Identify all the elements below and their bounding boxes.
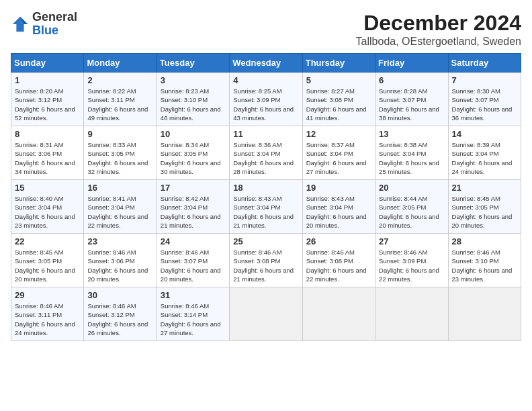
- day-cell: 10Sunrise: 8:34 AMSunset: 3:05 PMDayligh…: [157, 126, 229, 180]
- day-number: 22: [15, 236, 80, 246]
- day-number: 18: [233, 183, 298, 193]
- week-row-5: 29Sunrise: 8:46 AMSunset: 3:11 PMDayligh…: [11, 287, 521, 341]
- day-cell: 26Sunrise: 8:46 AMSunset: 3:08 PMDayligh…: [302, 234, 375, 287]
- day-number: 26: [306, 236, 371, 246]
- day-number: 23: [87, 236, 152, 246]
- weekday-header-thursday: Thursday: [302, 54, 375, 73]
- day-info: Sunrise: 8:46 AMSunset: 3:07 PMDaylight:…: [161, 248, 226, 283]
- day-number: 28: [452, 236, 517, 246]
- day-info: Sunrise: 8:46 AMSunset: 3:11 PMDaylight:…: [15, 302, 80, 337]
- day-info: Sunrise: 8:45 AMSunset: 3:05 PMDaylight:…: [452, 194, 517, 230]
- day-info: Sunrise: 8:45 AMSunset: 3:05 PMDaylight:…: [15, 248, 80, 283]
- day-cell: 17Sunrise: 8:42 AMSunset: 3:04 PMDayligh…: [157, 180, 229, 234]
- day-cell: 14Sunrise: 8:39 AMSunset: 3:04 PMDayligh…: [448, 126, 521, 180]
- day-number: 30: [87, 290, 152, 300]
- day-info: Sunrise: 8:46 AMSunset: 3:08 PMDaylight:…: [306, 248, 371, 283]
- day-number: 5: [306, 75, 371, 85]
- day-cell: 29Sunrise: 8:46 AMSunset: 3:11 PMDayligh…: [11, 287, 84, 341]
- week-row-3: 15Sunrise: 8:40 AMSunset: 3:04 PMDayligh…: [11, 180, 521, 234]
- day-cell: 16Sunrise: 8:41 AMSunset: 3:04 PMDayligh…: [84, 180, 157, 234]
- day-number: 10: [161, 129, 226, 139]
- logo: General Blue: [11, 11, 77, 38]
- logo-icon: [11, 15, 30, 34]
- day-cell: 31Sunrise: 8:46 AMSunset: 3:14 PMDayligh…: [157, 287, 229, 341]
- day-cell: 11Sunrise: 8:36 AMSunset: 3:04 PMDayligh…: [230, 126, 302, 180]
- day-cell: [375, 287, 448, 341]
- day-number: 2: [87, 75, 152, 85]
- day-number: 19: [306, 183, 371, 193]
- day-cell: 3Sunrise: 8:23 AMSunset: 3:10 PMDaylight…: [157, 73, 229, 126]
- day-info: Sunrise: 8:22 AMSunset: 3:11 PMDaylight:…: [87, 87, 152, 122]
- weekday-header-saturday: Saturday: [448, 54, 521, 73]
- day-info: Sunrise: 8:20 AMSunset: 3:12 PMDaylight:…: [15, 87, 80, 122]
- week-row-1: 1Sunrise: 8:20 AMSunset: 3:12 PMDaylight…: [11, 73, 521, 126]
- day-info: Sunrise: 8:34 AMSunset: 3:05 PMDaylight:…: [161, 140, 226, 176]
- day-cell: 24Sunrise: 8:46 AMSunset: 3:07 PMDayligh…: [157, 234, 229, 287]
- header: General Blue December 2024 Tallboda, OEs…: [11, 11, 521, 48]
- weekday-header-tuesday: Tuesday: [157, 54, 229, 73]
- day-cell: [230, 287, 302, 341]
- day-number: 20: [379, 183, 444, 193]
- day-number: 6: [379, 75, 444, 85]
- day-cell: 18Sunrise: 8:43 AMSunset: 3:04 PMDayligh…: [230, 180, 302, 234]
- day-number: 12: [306, 129, 371, 139]
- day-number: 24: [161, 236, 226, 246]
- day-cell: 19Sunrise: 8:43 AMSunset: 3:04 PMDayligh…: [302, 180, 375, 234]
- weekday-header-wednesday: Wednesday: [230, 54, 302, 73]
- day-number: 11: [233, 129, 298, 139]
- day-cell: [448, 287, 521, 341]
- day-info: Sunrise: 8:46 AMSunset: 3:09 PMDaylight:…: [379, 248, 444, 283]
- day-cell: 20Sunrise: 8:44 AMSunset: 3:05 PMDayligh…: [375, 180, 448, 234]
- day-info: Sunrise: 8:43 AMSunset: 3:04 PMDaylight:…: [233, 194, 298, 230]
- week-row-4: 22Sunrise: 8:45 AMSunset: 3:05 PMDayligh…: [11, 234, 521, 287]
- day-number: 16: [87, 183, 152, 193]
- day-info: Sunrise: 8:46 AMSunset: 3:10 PMDaylight:…: [452, 248, 517, 283]
- day-cell: 6Sunrise: 8:28 AMSunset: 3:07 PMDaylight…: [375, 73, 448, 126]
- month-title: December 2024: [356, 11, 521, 36]
- day-cell: 25Sunrise: 8:46 AMSunset: 3:08 PMDayligh…: [230, 234, 302, 287]
- day-info: Sunrise: 8:37 AMSunset: 3:04 PMDaylight:…: [306, 140, 371, 176]
- day-info: Sunrise: 8:46 AMSunset: 3:12 PMDaylight:…: [87, 302, 152, 337]
- day-cell: 13Sunrise: 8:38 AMSunset: 3:04 PMDayligh…: [375, 126, 448, 180]
- location: Tallboda, OEstergoetland, Sweden: [356, 36, 521, 48]
- day-number: 21: [452, 183, 517, 193]
- day-number: 13: [379, 129, 444, 139]
- day-number: 27: [379, 236, 444, 246]
- day-cell: 21Sunrise: 8:45 AMSunset: 3:05 PMDayligh…: [448, 180, 521, 234]
- day-cell: 9Sunrise: 8:33 AMSunset: 3:05 PMDaylight…: [84, 126, 157, 180]
- week-row-2: 8Sunrise: 8:31 AMSunset: 3:06 PMDaylight…: [11, 126, 521, 180]
- day-cell: 22Sunrise: 8:45 AMSunset: 3:05 PMDayligh…: [11, 234, 84, 287]
- day-number: 31: [161, 290, 226, 300]
- day-cell: 1Sunrise: 8:20 AMSunset: 3:12 PMDaylight…: [11, 73, 84, 126]
- day-info: Sunrise: 8:42 AMSunset: 3:04 PMDaylight:…: [161, 194, 226, 230]
- day-number: 4: [233, 75, 298, 85]
- day-cell: [302, 287, 375, 341]
- day-info: Sunrise: 8:40 AMSunset: 3:04 PMDaylight:…: [15, 194, 80, 230]
- day-info: Sunrise: 8:36 AMSunset: 3:04 PMDaylight:…: [233, 140, 298, 176]
- day-info: Sunrise: 8:43 AMSunset: 3:04 PMDaylight:…: [306, 194, 371, 230]
- day-number: 25: [233, 236, 298, 246]
- day-cell: 15Sunrise: 8:40 AMSunset: 3:04 PMDayligh…: [11, 180, 84, 234]
- day-number: 29: [15, 290, 80, 300]
- day-number: 3: [161, 75, 226, 85]
- day-info: Sunrise: 8:46 AMSunset: 3:06 PMDaylight:…: [87, 248, 152, 283]
- day-info: Sunrise: 8:23 AMSunset: 3:10 PMDaylight:…: [161, 87, 226, 122]
- day-info: Sunrise: 8:28 AMSunset: 3:07 PMDaylight:…: [379, 87, 444, 122]
- day-number: 15: [15, 183, 80, 193]
- day-info: Sunrise: 8:31 AMSunset: 3:06 PMDaylight:…: [15, 140, 80, 176]
- day-number: 14: [452, 129, 517, 139]
- day-cell: 2Sunrise: 8:22 AMSunset: 3:11 PMDaylight…: [84, 73, 157, 126]
- day-info: Sunrise: 8:25 AMSunset: 3:09 PMDaylight:…: [233, 87, 298, 122]
- day-info: Sunrise: 8:27 AMSunset: 3:08 PMDaylight:…: [306, 87, 371, 122]
- day-number: 8: [15, 129, 80, 139]
- day-cell: 7Sunrise: 8:30 AMSunset: 3:07 PMDaylight…: [448, 73, 521, 126]
- day-info: Sunrise: 8:33 AMSunset: 3:05 PMDaylight:…: [87, 140, 152, 176]
- day-cell: 5Sunrise: 8:27 AMSunset: 3:08 PMDaylight…: [302, 73, 375, 126]
- title-area: December 2024 Tallboda, OEstergoetland, …: [356, 11, 521, 48]
- day-cell: 23Sunrise: 8:46 AMSunset: 3:06 PMDayligh…: [84, 234, 157, 287]
- day-cell: 30Sunrise: 8:46 AMSunset: 3:12 PMDayligh…: [84, 287, 157, 341]
- day-cell: 12Sunrise: 8:37 AMSunset: 3:04 PMDayligh…: [302, 126, 375, 180]
- day-info: Sunrise: 8:41 AMSunset: 3:04 PMDaylight:…: [87, 194, 152, 230]
- day-info: Sunrise: 8:46 AMSunset: 3:08 PMDaylight:…: [233, 248, 298, 283]
- day-number: 17: [161, 183, 226, 193]
